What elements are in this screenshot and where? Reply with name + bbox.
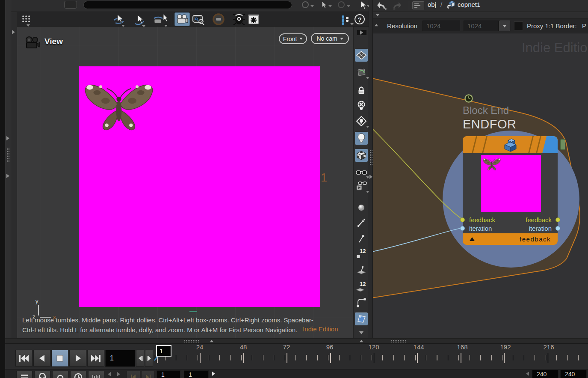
dropdown-caret-icon[interactable] — [328, 5, 332, 7]
no-lighting-button[interactable] — [355, 99, 368, 112]
obj-network-icon[interactable] — [412, 1, 424, 9]
shading-mode-button[interactable] — [355, 149, 368, 162]
scene-viewport[interactable]: View Front No cam 1 y z x Left mo — [17, 27, 353, 338]
render-view-button[interactable] — [232, 13, 246, 26]
input-port-iteration[interactable] — [460, 226, 465, 231]
help-button[interactable]: ? — [354, 13, 366, 25]
resolution-preset-dropdown[interactable] — [499, 21, 510, 31]
pane-grip-icon[interactable] — [6, 147, 10, 163]
more-tools-icon[interactable] — [359, 331, 363, 334]
resolution-width-field[interactable]: 1024 — [423, 21, 460, 31]
history-back-icon[interactable] — [376, 1, 387, 10]
playbar-menu-button[interactable] — [16, 371, 33, 378]
stow-arrow-icon[interactable] — [369, 175, 372, 179]
node-header-flag[interactable] — [542, 136, 558, 153]
playhead-marker[interactable]: 1 — [156, 345, 171, 357]
background-image-button[interactable] — [355, 313, 368, 325]
tick-display-button[interactable] — [88, 371, 104, 378]
footer-mode-icon[interactable] — [470, 237, 475, 241]
stow-arrow-icon[interactable] — [375, 24, 378, 27]
loop-mode-button[interactable] — [52, 371, 68, 378]
dropdown-caret-icon[interactable] — [347, 5, 350, 7]
select-button[interactable] — [133, 14, 146, 26]
view-mode-button-active[interactable] — [174, 12, 190, 26]
viewport-menu-button[interactable] — [21, 14, 32, 24]
box-zoom-button[interactable] — [192, 13, 205, 25]
range-substart-field[interactable]: 1 — [184, 370, 209, 378]
stow-arrow-icon[interactable] — [6, 136, 9, 140]
network-collapse-strip[interactable] — [373, 12, 588, 19]
go-to-start-button[interactable] — [15, 350, 33, 367]
collapse-arrow-icon[interactable] — [376, 14, 379, 17]
headlight-button[interactable] — [355, 115, 368, 128]
network-editor[interactable]: Indie Edition Block End ENDFOR — [373, 33, 588, 340]
audio-button[interactable] — [34, 371, 50, 378]
realtime-toggle-button[interactable] — [70, 371, 86, 378]
go-to-end-button[interactable] — [87, 350, 104, 367]
layout-presets-button[interactable] — [339, 14, 352, 26]
node-name-label[interactable]: ENDFOR — [463, 117, 516, 131]
shelf-ring-icon[interactable] — [302, 1, 309, 8]
prim-numbers-button[interactable]: 12 — [355, 280, 368, 293]
shelf-ring-icon[interactable] — [338, 1, 345, 8]
output-port-iteration[interactable] — [555, 226, 560, 231]
play-reverse-button[interactable] — [33, 350, 50, 367]
pane-divider[interactable] — [369, 0, 373, 340]
view-menu-pill[interactable]: Front — [279, 33, 307, 44]
history-forward-icon[interactable] — [391, 1, 402, 10]
prim-normals-button[interactable] — [355, 265, 368, 277]
display-handles-button[interactable] — [355, 296, 368, 309]
breadcrumb-root[interactable]: obj — [428, 1, 436, 8]
stop-button[interactable] — [51, 350, 68, 367]
snapshot-disabled-button[interactable] — [212, 13, 225, 26]
node-footer-bar[interactable]: feedback — [463, 233, 558, 245]
construction-plane-button[interactable] — [355, 66, 368, 79]
pane-grip-icon[interactable] — [184, 339, 199, 343]
view-camera-tool-button[interactable] — [153, 13, 168, 26]
stow-arrow-icon[interactable] — [360, 340, 363, 342]
grid-display-button[interactable] — [355, 49, 368, 62]
cursor-tool-icon[interactable] — [358, 0, 367, 9]
cop-image-plane[interactable] — [79, 66, 320, 307]
range-end-jump-button[interactable] — [141, 371, 155, 378]
breadcrumb-current[interactable]: copnet1 — [458, 1, 480, 8]
range-subend-field[interactable]: 240 — [560, 370, 587, 378]
shelf-field[interactable] — [83, 1, 292, 9]
camera-menu-pill[interactable]: No cam — [311, 33, 349, 44]
range-start-jump-button[interactable] — [127, 371, 140, 378]
range-end-field[interactable]: 240 — [532, 370, 558, 378]
point-numbers-button[interactable]: 12 — [355, 247, 368, 260]
node-header[interactable] — [463, 136, 558, 153]
stow-arrow-icon[interactable] — [6, 174, 9, 178]
toolbar-stow-box[interactable] — [357, 30, 366, 35]
play-button[interactable] — [69, 350, 86, 367]
point-normals-button[interactable] — [355, 232, 368, 245]
proxy-checkbox[interactable] — [514, 21, 523, 30]
stow-arrow-icon[interactable] — [210, 340, 213, 342]
view-tumble-button[interactable] — [112, 14, 126, 26]
region-resize-tab[interactable] — [560, 139, 565, 150]
endfor-node[interactable]: feedback iteration feedback iteration fe… — [463, 136, 558, 245]
dropdown-caret-icon[interactable] — [310, 5, 314, 7]
display-options-button[interactable] — [355, 166, 368, 179]
show-points-button[interactable] — [355, 201, 368, 214]
point-markers-button[interactable] — [355, 216, 368, 229]
flipbook-button[interactable] — [247, 13, 260, 25]
timeline-major-ticks[interactable] — [154, 353, 588, 363]
current-frame-field[interactable]: 1 — [105, 350, 135, 367]
image-handle[interactable] — [189, 311, 197, 312]
output-port-feedback[interactable] — [555, 217, 560, 222]
normal-lighting-button[interactable] — [355, 132, 368, 145]
stow-arrow-icon[interactable] — [12, 30, 15, 34]
input-port-feedback[interactable] — [460, 217, 465, 222]
step-back-button[interactable] — [136, 350, 144, 367]
pane-grip-icon[interactable] — [391, 339, 406, 343]
step-forward-button[interactable] — [145, 350, 153, 367]
viewport-stow-bar[interactable] — [11, 12, 17, 338]
left-stow-bar[interactable] — [5, 0, 11, 340]
range-start-field[interactable]: 1 — [157, 370, 180, 378]
flipbook-options-button[interactable] — [355, 180, 368, 193]
cursor-tool-icon[interactable] — [320, 0, 328, 9]
lock-camera-button[interactable] — [355, 84, 368, 97]
resolution-height-field[interactable]: 1024 — [464, 21, 499, 31]
